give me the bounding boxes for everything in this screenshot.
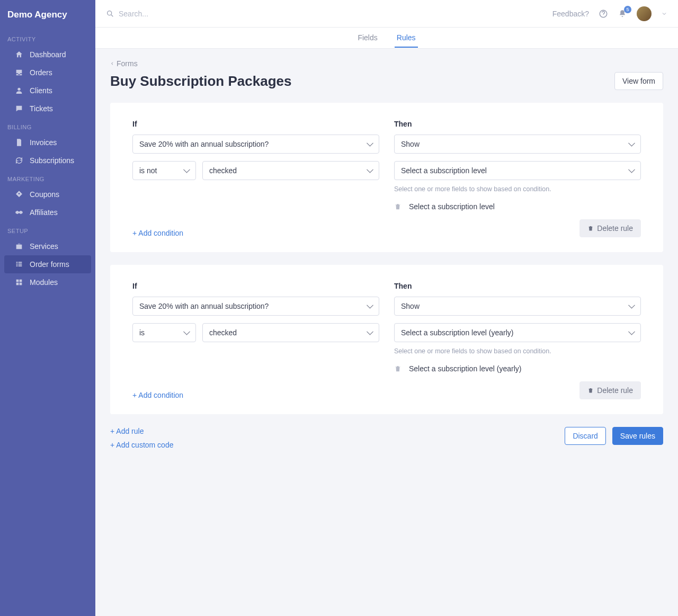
tab-fields[interactable]: Fields bbox=[355, 28, 379, 48]
home-icon bbox=[15, 50, 23, 59]
condition-operator-select[interactable]: is bbox=[132, 323, 196, 342]
svg-rect-2 bbox=[19, 262, 22, 263]
sidebar-item-orders[interactable]: Orders bbox=[0, 64, 95, 82]
search-icon bbox=[106, 10, 114, 18]
sidebar-item-label: Dashboard bbox=[30, 50, 66, 59]
add-custom-code-link[interactable]: + Add custom code bbox=[110, 441, 173, 449]
nav-section-title: BILLING bbox=[0, 118, 95, 133]
svg-rect-4 bbox=[19, 264, 22, 265]
sidebar: Demo Agency ACTIVITY Dashboard Orders Cl… bbox=[0, 0, 95, 616]
breadcrumb-label: Forms bbox=[117, 59, 138, 68]
svg-rect-1 bbox=[16, 262, 18, 263]
sidebar-item-modules[interactable]: Modules bbox=[0, 273, 95, 291]
sidebar-item-label: Orders bbox=[30, 68, 52, 77]
svg-rect-3 bbox=[16, 264, 18, 265]
svg-rect-9 bbox=[16, 283, 19, 285]
feedback-link[interactable]: Feedback? bbox=[552, 10, 589, 18]
sidebar-item-label: Affiliates bbox=[30, 208, 58, 217]
condition-operator-select[interactable]: is not bbox=[132, 161, 196, 180]
save-rules-button[interactable]: Save rules bbox=[612, 427, 663, 445]
sidebar-item-label: Subscriptions bbox=[30, 156, 74, 165]
trash-icon[interactable] bbox=[394, 203, 402, 210]
sidebar-item-dashboard[interactable]: Dashboard bbox=[0, 46, 95, 64]
chip-label: Select a subscription level (yearly) bbox=[409, 364, 521, 373]
nav-section-title: SETUP bbox=[0, 221, 95, 237]
view-form-button[interactable]: View form bbox=[614, 72, 663, 90]
sidebar-item-affiliates[interactable]: Affiliates bbox=[0, 203, 95, 221]
nav-section-billing: BILLING Invoices Subscriptions bbox=[0, 118, 95, 169]
notifications-button[interactable]: 5 bbox=[618, 9, 627, 19]
sidebar-item-invoices[interactable]: Invoices bbox=[0, 133, 95, 151]
sidebar-item-label: Clients bbox=[30, 86, 52, 95]
nav-section-setup: SETUP Services Order forms Modules bbox=[0, 221, 95, 291]
trash-icon bbox=[587, 387, 594, 394]
chevron-down-icon[interactable] bbox=[661, 11, 667, 17]
delete-rule-button[interactable]: Delete rule bbox=[579, 381, 641, 399]
nav-section-title: MARKETING bbox=[0, 169, 95, 185]
rule-card: If Save 20% with an annual subscription?… bbox=[110, 265, 663, 414]
refresh-icon bbox=[15, 156, 23, 165]
target-field-select[interactable]: Select a subscription level bbox=[394, 161, 641, 180]
help-icon bbox=[599, 9, 608, 19]
add-condition-link[interactable]: + Add condition bbox=[132, 229, 183, 237]
condition-field-select[interactable]: Save 20% with an annual subscription? bbox=[132, 135, 379, 154]
tab-rules[interactable]: Rules bbox=[395, 28, 418, 48]
avatar[interactable] bbox=[637, 6, 652, 21]
add-condition-link[interactable]: + Add condition bbox=[132, 391, 183, 399]
sidebar-item-clients[interactable]: Clients bbox=[0, 82, 95, 100]
trash-icon[interactable] bbox=[394, 365, 402, 372]
condition-value-select[interactable]: checked bbox=[202, 161, 379, 180]
rule-card: If Save 20% with an annual subscription?… bbox=[110, 103, 663, 252]
sidebar-item-label: Modules bbox=[30, 278, 58, 287]
footer-row: + Add rule + Add custom code Discard Sav… bbox=[110, 427, 663, 449]
condition-value-select[interactable]: checked bbox=[202, 323, 379, 342]
subtabs: Fields Rules bbox=[95, 28, 678, 49]
add-rule-link[interactable]: + Add rule bbox=[110, 427, 173, 435]
target-field-chip: Select a subscription level bbox=[394, 202, 641, 211]
list-icon bbox=[15, 260, 23, 269]
if-label: If bbox=[132, 120, 379, 128]
then-label: Then bbox=[394, 120, 641, 128]
target-field-select[interactable]: Select a subscription level (yearly) bbox=[394, 323, 641, 342]
then-column: Then Show Select a subscription level (y… bbox=[394, 282, 641, 373]
grid-icon bbox=[15, 278, 23, 287]
notification-badge: 5 bbox=[624, 6, 631, 13]
sidebar-item-label: Invoices bbox=[30, 138, 57, 147]
condition-field-select[interactable]: Save 20% with an annual subscription? bbox=[132, 297, 379, 316]
sidebar-item-order-forms[interactable]: Order forms bbox=[4, 255, 91, 273]
svg-rect-5 bbox=[16, 265, 18, 266]
sidebar-item-tickets[interactable]: Tickets bbox=[0, 100, 95, 118]
sidebar-item-services[interactable]: Services bbox=[0, 237, 95, 255]
help-button[interactable] bbox=[599, 9, 608, 19]
discard-button[interactable]: Discard bbox=[565, 427, 605, 445]
svg-point-0 bbox=[17, 88, 20, 91]
then-column: Then Show Select a subscription level Se… bbox=[394, 120, 641, 211]
delete-rule-button[interactable]: Delete rule bbox=[579, 219, 641, 237]
svg-rect-6 bbox=[19, 265, 22, 266]
search-input[interactable] bbox=[119, 10, 246, 18]
sidebar-item-label: Services bbox=[30, 242, 58, 251]
svg-rect-8 bbox=[20, 280, 22, 282]
svg-point-11 bbox=[108, 11, 112, 15]
briefcase-icon bbox=[15, 242, 23, 251]
nav-section-title: ACTIVITY bbox=[0, 30, 95, 46]
action-select[interactable]: Show bbox=[394, 297, 641, 316]
brand-title: Demo Agency bbox=[0, 10, 95, 30]
action-select[interactable]: Show bbox=[394, 135, 641, 154]
content: Forms Buy Subscription Packages View for… bbox=[95, 49, 678, 470]
sidebar-item-label: Tickets bbox=[30, 104, 53, 113]
page-header: Buy Subscription Packages View form bbox=[110, 72, 663, 90]
sidebar-item-coupons[interactable]: Coupons bbox=[0, 185, 95, 203]
main: Feedback? 5 Fields Rules Forms bbox=[95, 0, 678, 616]
trash-icon bbox=[587, 225, 594, 231]
nav-section-activity: ACTIVITY Dashboard Orders Clients Ticket… bbox=[0, 30, 95, 118]
file-icon bbox=[15, 138, 23, 147]
sidebar-item-label: Coupons bbox=[30, 190, 59, 199]
sidebar-item-subscriptions[interactable]: Subscriptions bbox=[0, 151, 95, 169]
target-hint: Select one or more fields to show based … bbox=[394, 185, 641, 193]
svg-rect-7 bbox=[16, 280, 19, 282]
svg-rect-10 bbox=[20, 283, 22, 285]
breadcrumb[interactable]: Forms bbox=[110, 59, 663, 68]
chat-icon bbox=[15, 104, 23, 113]
target-field-chip: Select a subscription level (yearly) bbox=[394, 364, 641, 373]
